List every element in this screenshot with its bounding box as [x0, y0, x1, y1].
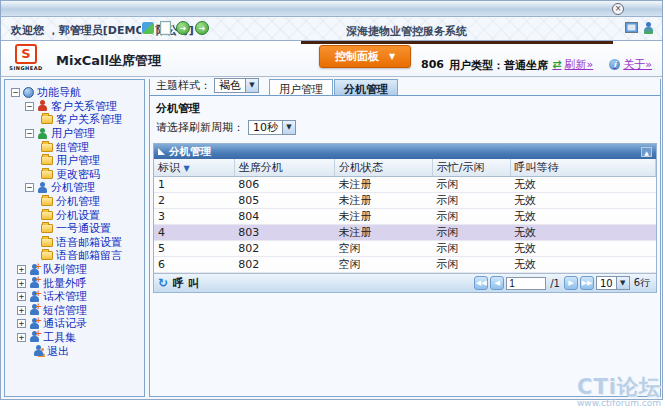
person-blue-icon [37, 182, 48, 194]
sidebar-item-queue-mgmt[interactable]: + + 队列管理 [5, 263, 144, 277]
logo-icon: S [15, 44, 37, 64]
folder-icon [41, 170, 53, 179]
expand-icon[interactable]: + [17, 265, 26, 274]
grid-titlebar: 分机管理 ▲ [154, 144, 656, 159]
sidebar-item-user-group[interactable]: − 用户管理 [5, 127, 144, 141]
about-link[interactable]: i 关于» [609, 57, 652, 72]
cell-status: 未注册 [335, 177, 433, 193]
table-row[interactable]: 3 804 未注册 示闲 无效 [154, 209, 656, 225]
cell-wait: 无效 [510, 209, 655, 225]
sort-desc-icon: ▼ [184, 164, 190, 173]
back-icon[interactable]: ➜ [176, 21, 190, 35]
collapse-icon[interactable]: − [25, 102, 34, 111]
close-icon[interactable]: × [612, 3, 624, 15]
cell-busy: 示闲 [432, 193, 510, 209]
chevron-down-icon[interactable]: ▼ [282, 121, 295, 134]
sidebar-item-function-nav[interactable]: − 功能导航 [5, 86, 144, 100]
sidebar-item-toolkit[interactable]: + + 工具集 [5, 331, 144, 345]
sidebar-item-user-mgmt[interactable]: 用户管理 [5, 154, 144, 168]
expand-icon[interactable]: + [17, 292, 26, 301]
refresh-link[interactable]: ⇄ 刷新» [552, 57, 593, 72]
expand-icon[interactable]: + [17, 279, 26, 288]
cell-wait: 无效 [510, 225, 655, 241]
cell-id: 3 [154, 209, 234, 225]
sidebar-item-voicemail-settings[interactable]: 语音邮箱设置 [5, 236, 144, 250]
about-link-label: 关于» [623, 57, 652, 72]
first-page-icon[interactable]: ◀◀ [474, 276, 488, 290]
folder-icon [41, 197, 53, 206]
monitor-icon[interactable] [625, 22, 638, 33]
forward-icon[interactable]: ➜ [195, 21, 209, 35]
table-row[interactable]: 6 802 空闲 示闲 无效 [154, 257, 656, 273]
collapse-icon[interactable]: − [11, 88, 20, 97]
table-row-selected[interactable]: 4 803 未注册 示闲 无效 [154, 225, 656, 241]
cell-wait: 无效 [510, 177, 655, 193]
home-icon[interactable] [141, 21, 155, 35]
sidebar-item-onenumber[interactable]: 一号通设置 [5, 222, 144, 236]
table-row[interactable]: 2 805 未注册 示闲 无效 [154, 193, 656, 209]
sidebar-item-ext-group[interactable]: − 分机管理 [5, 181, 144, 195]
expand-icon[interactable]: + [17, 306, 26, 315]
tab-ext-mgmt[interactable]: 分机管理 [334, 79, 398, 95]
cell-ext: 802 [234, 257, 334, 273]
page-size-select[interactable]: 10 ▼ [596, 276, 630, 290]
expand-icon[interactable]: + [17, 333, 26, 342]
next-page-icon[interactable]: ▶ [564, 276, 578, 290]
expand-icon[interactable]: + [17, 319, 26, 328]
col-header-busy[interactable]: 示忙/示闲 [432, 159, 510, 177]
cell-busy: 示闲 [432, 257, 510, 273]
document-icon[interactable] [160, 21, 171, 35]
sidebar-item-sms-mgmt[interactable]: + + 短信管理 [5, 304, 144, 318]
reload-icon[interactable]: ↻ [158, 276, 168, 290]
nav-tree: − 功能导航 − 客户关系管理 客户关系管理 − [5, 80, 144, 358]
agent-number: 806 [421, 58, 444, 71]
logo-caption: SINGHEAD [9, 65, 43, 71]
sidebar-item-ext-settings[interactable]: 分机设置 [5, 208, 144, 222]
sidebar-item-logout[interactable]: 退出 [5, 344, 144, 358]
extension-table: 标识 ▼ 坐席分机 分机状态 示忙/示闲 呼叫等待 1 806 [154, 159, 656, 273]
theme-label: 主题样式： [156, 78, 211, 93]
col-header-status[interactable]: 分机状态 [335, 159, 433, 177]
control-panel-button[interactable]: 控制面板 ▼ [319, 45, 411, 68]
refresh-icon: ⇄ [552, 58, 561, 71]
table-row[interactable]: 1 806 未注册 示闲 无效 [154, 177, 656, 193]
sidebar-item-call-records[interactable]: + + 通话记录 [5, 317, 144, 331]
section-title: 分机管理 [150, 96, 660, 118]
sidebar-nav: − 功能导航 − 客户关系管理 客户关系管理 − [4, 79, 145, 397]
theme-select[interactable]: 褐色 ▼ [214, 78, 259, 93]
tab-user-mgmt[interactable]: 用户管理 [269, 79, 333, 95]
collapse-icon[interactable]: − [25, 129, 34, 138]
user-icon[interactable] [643, 22, 654, 35]
cell-ext: 802 [234, 241, 334, 257]
refresh-period-label: 请选择刷新周期： [156, 120, 244, 135]
cell-status: 空闲 [335, 257, 433, 273]
singhead-logo: S SINGHEAD [9, 44, 43, 74]
globe-icon [23, 87, 34, 98]
cell-id: 6 [154, 257, 234, 273]
chevron-down-icon[interactable]: ▼ [245, 79, 258, 92]
sidebar-item-script-mgmt[interactable]: + + 话术管理 [5, 290, 144, 304]
page-number-input[interactable] [506, 277, 546, 290]
last-page-icon[interactable]: ▶▶ [580, 276, 594, 290]
refresh-period-select[interactable]: 10秒 ▼ [248, 120, 296, 135]
col-header-ext[interactable]: 坐席分机 [234, 159, 334, 177]
sidebar-item-ext-mgmt[interactable]: 分机管理 [5, 195, 144, 209]
sidebar-item-label: 退出 [47, 344, 69, 359]
chevron-down-icon[interactable]: ▼ [616, 277, 629, 289]
sidebar-item-crm[interactable]: 客户关系管理 [5, 113, 144, 127]
sidebar-item-change-password[interactable]: 更改密码 [5, 168, 144, 182]
col-header-wait[interactable]: 呼叫等待 [510, 159, 655, 177]
pagination: ◀◀ ◀ /1 ▶ ▶▶ 10 ▼ 6行 [474, 276, 652, 290]
collapse-panel-icon[interactable]: ▲ [641, 147, 652, 157]
sidebar-item-group-mgmt[interactable]: 组管理 [5, 140, 144, 154]
sidebar-item-voicemail-messages[interactable]: 语音邮箱留言 [5, 249, 144, 263]
collapse-icon[interactable]: − [25, 183, 34, 192]
table-row[interactable]: 5 802 空闲 示闲 无效 [154, 241, 656, 257]
sidebar-item-crm-group[interactable]: − 客户关系管理 [5, 100, 144, 114]
call-button[interactable]: 呼叫 [173, 276, 203, 291]
sidebar-item-batch-outbound[interactable]: + + 批量外呼 [5, 276, 144, 290]
cell-busy: 示闲 [432, 241, 510, 257]
col-header-id[interactable]: 标识 ▼ [154, 159, 234, 177]
prev-page-icon[interactable]: ◀ [490, 276, 504, 290]
cell-id: 1 [154, 177, 234, 193]
